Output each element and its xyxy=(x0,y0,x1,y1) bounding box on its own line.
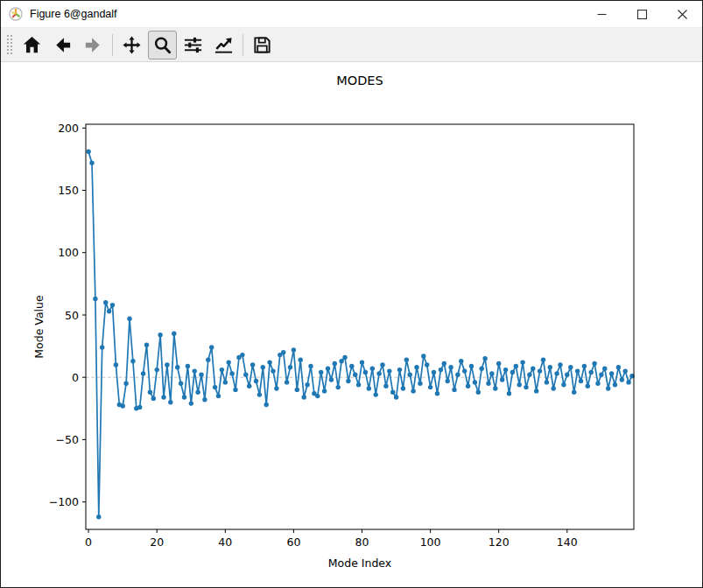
data-point-marker xyxy=(448,365,453,369)
data-point-marker xyxy=(609,371,614,375)
data-point-marker xyxy=(195,390,200,395)
edit-axis-button[interactable] xyxy=(209,31,238,60)
configure-subplots-button[interactable] xyxy=(179,31,207,60)
zoom-magnifier-icon xyxy=(152,35,172,55)
y-tick-label: −50 xyxy=(56,433,79,446)
save-floppy-icon xyxy=(252,35,272,55)
data-point-marker xyxy=(439,368,443,372)
zoom-button[interactable] xyxy=(148,31,177,60)
data-point-marker xyxy=(141,371,145,375)
toolbar-grip-handle[interactable] xyxy=(5,33,13,56)
minimize-icon xyxy=(597,10,607,19)
pan-icon xyxy=(122,35,142,55)
data-point-marker xyxy=(401,386,405,390)
data-point-marker xyxy=(510,370,515,374)
y-tick-label: −100 xyxy=(49,495,79,508)
x-tick-label: 140 xyxy=(557,536,578,549)
titlebar[interactable]: Figure 6@gandalf xyxy=(1,1,702,28)
data-point-marker xyxy=(616,365,621,369)
data-point-marker xyxy=(254,379,258,383)
data-point-marker xyxy=(315,394,320,398)
data-point-marker xyxy=(353,373,357,377)
data-point-marker xyxy=(137,405,142,410)
data-point-marker xyxy=(86,150,90,154)
data-point-marker xyxy=(442,361,446,366)
maximize-button[interactable] xyxy=(622,1,662,27)
data-point-marker xyxy=(376,371,381,375)
figure-window: Figure 6@gandalf xyxy=(0,0,703,588)
y-tick-label: 200 xyxy=(58,122,79,135)
data-point-marker xyxy=(305,382,309,387)
data-point-marker xyxy=(482,356,487,360)
data-point-marker xyxy=(89,161,94,165)
data-point-marker xyxy=(552,386,556,390)
data-point-marker xyxy=(285,380,289,384)
plot-title: MODES xyxy=(336,74,383,88)
data-point-marker xyxy=(446,379,450,383)
data-point-marker xyxy=(271,368,275,373)
data-point-marker xyxy=(428,385,432,389)
back-arrow-icon xyxy=(53,35,73,55)
data-point-marker xyxy=(390,390,395,395)
data-point-marker xyxy=(206,358,210,362)
data-point-marker xyxy=(397,368,402,372)
data-point-marker xyxy=(507,391,511,396)
data-point-marker xyxy=(168,400,172,404)
toolbar-separator xyxy=(112,34,113,56)
axes-box xyxy=(86,124,634,529)
data-point-marker xyxy=(489,371,494,375)
data-point-marker xyxy=(193,368,197,373)
data-point-marker xyxy=(363,370,368,374)
forward-arrow-icon xyxy=(83,35,103,55)
data-point-marker xyxy=(93,297,97,301)
data-point-marker xyxy=(121,403,125,408)
data-point-marker xyxy=(480,367,484,371)
data-point-marker xyxy=(107,309,111,313)
data-point-marker xyxy=(148,390,152,395)
data-point-marker xyxy=(473,380,477,384)
figure-canvas[interactable]: 020406080100120140200150100500−50−100MOD… xyxy=(1,62,702,587)
data-point-marker xyxy=(333,361,337,366)
data-point-marker xyxy=(292,347,296,352)
data-point-marker xyxy=(589,370,594,374)
data-point-marker xyxy=(432,370,436,374)
data-point-marker xyxy=(517,382,522,387)
pan-button[interactable] xyxy=(117,31,146,60)
data-point-marker xyxy=(220,368,224,372)
back-button[interactable] xyxy=(48,31,77,60)
data-point-marker xyxy=(356,382,361,387)
data-point-marker xyxy=(151,396,156,401)
data-point-marker xyxy=(524,385,528,389)
x-tick-label: 100 xyxy=(420,536,441,549)
save-button[interactable] xyxy=(248,31,277,60)
data-point-marker xyxy=(144,343,149,347)
y-tick-label: 150 xyxy=(58,184,79,197)
close-button[interactable] xyxy=(662,1,702,27)
data-point-marker xyxy=(299,358,303,362)
data-point-marker xyxy=(360,360,364,364)
data-point-marker xyxy=(175,365,179,369)
data-point-marker xyxy=(435,391,439,396)
data-point-marker xyxy=(586,384,590,388)
data-point-marker xyxy=(329,377,334,382)
data-point-marker xyxy=(520,360,524,364)
data-point-marker xyxy=(425,362,429,367)
x-tick-label: 0 xyxy=(85,536,92,549)
home-button[interactable] xyxy=(18,31,46,60)
data-point-marker xyxy=(548,365,552,369)
data-point-marker xyxy=(545,380,549,384)
minimize-button[interactable] xyxy=(581,1,622,27)
data-point-marker xyxy=(606,386,610,390)
forward-button[interactable] xyxy=(79,31,108,60)
data-point-marker xyxy=(227,360,231,364)
data-point-marker xyxy=(247,384,251,388)
data-point-marker xyxy=(308,364,313,368)
x-tick-label: 60 xyxy=(286,536,300,549)
data-point-marker xyxy=(469,364,474,368)
data-point-marker xyxy=(623,368,628,373)
modes-plot[interactable]: 020406080100120140200150100500−50−100MOD… xyxy=(1,62,702,587)
x-axis-label: Mode Index xyxy=(328,556,391,570)
data-point-marker xyxy=(209,345,214,349)
data-point-marker xyxy=(264,402,269,407)
data-point-marker xyxy=(383,384,388,388)
